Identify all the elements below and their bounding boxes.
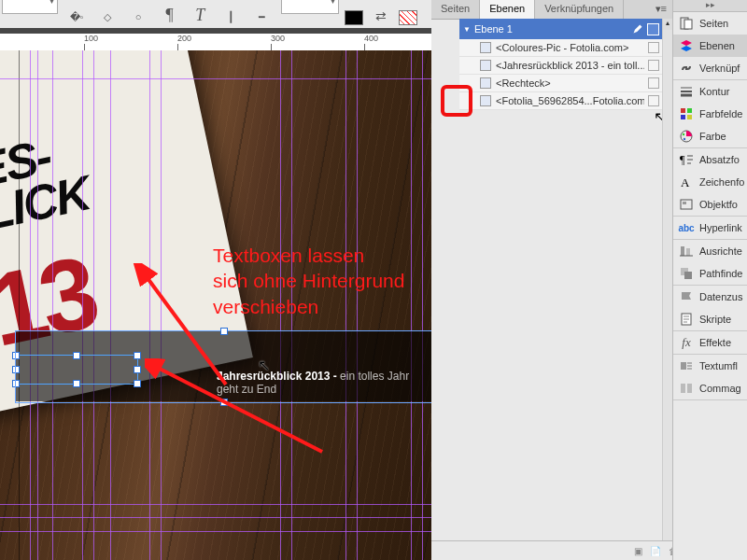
- dock-item-effekte[interactable]: fxEffekte: [673, 331, 747, 354]
- farbe-icon: [679, 129, 694, 144]
- layer-select-box[interactable]: [648, 77, 659, 89]
- tool-icon[interactable]: ○: [126, 5, 150, 29]
- new-sublayer-icon[interactable]: ▣: [634, 546, 642, 556]
- tab-ebenen[interactable]: Ebenen: [480, 0, 535, 19]
- layer-name: <Jahresrückblick 2013 - ein toll...>: [496, 60, 644, 71]
- svg-rect-15: [687, 155, 693, 157]
- layer-thumb: [480, 95, 491, 106]
- tool-icon[interactable]: ◇: [95, 5, 120, 29]
- dock-item-verknüpf[interactable]: Verknüpf: [673, 57, 747, 79]
- svg-rect-10: [687, 115, 692, 119]
- hline-icon[interactable]: ━: [249, 5, 274, 29]
- ruler-horizontal[interactable]: 100 200 300 400: [0, 34, 431, 51]
- commag-icon: [679, 381, 694, 396]
- ruler-tick: 300: [271, 34, 285, 43]
- column-guide[interactable]: [411, 50, 412, 560]
- textumfl-icon: [679, 358, 694, 373]
- column-guide[interactable]: [422, 50, 423, 560]
- layer-row[interactable]: <Rechteck>: [459, 75, 663, 92]
- layer-thumb: [480, 42, 491, 53]
- dock-item-commag[interactable]: Commag: [673, 377, 747, 399]
- type-tool-icon[interactable]: T: [188, 3, 212, 27]
- svg-point-12: [683, 133, 684, 135]
- row-guide[interactable]: [0, 517, 431, 518]
- pen-icon: [632, 23, 643, 35]
- layer-row[interactable]: <Jahresrückblick 2013 - ein toll...>: [459, 57, 663, 75]
- dock-item-objektfo[interactable]: Objektfo: [673, 193, 747, 216]
- dock-item-label: Pathfinde: [699, 268, 742, 279]
- dock-item-kontur[interactable]: Kontur: [673, 80, 747, 103]
- hyperlink-icon: abc: [679, 220, 694, 235]
- dock-item-label: Farbe: [699, 131, 726, 142]
- layers-panel: Seiten Ebenen Verknüpfungen ▾≡ 👁 👁 👁 👁 👁…: [431, 0, 672, 560]
- paragraph-tool-icon[interactable]: ¶: [157, 3, 181, 27]
- column-guide[interactable]: [82, 50, 83, 560]
- document-canvas[interactable]: HRES- KBLICK 013 Jahresrückblick 2013 - …: [0, 50, 431, 560]
- tab-verknuepfungen[interactable]: Verknüpfungen: [535, 0, 624, 19]
- collapse-dock-icon[interactable]: ▸▸: [673, 0, 747, 12]
- row-guide[interactable]: [0, 531, 431, 532]
- dock-item-textumfl[interactable]: Textumfl: [673, 355, 747, 377]
- dock-item-label: Kontur: [699, 86, 729, 97]
- layer-root[interactable]: ▼ Ebene 1: [459, 19, 663, 39]
- disclosure-triangle-icon[interactable]: ▼: [463, 25, 471, 34]
- layer-select-box[interactable]: [648, 95, 659, 106]
- svg-rect-3: [684, 20, 692, 29]
- svg-rect-25: [684, 272, 692, 279]
- stroke-swatch[interactable]: [399, 10, 417, 25]
- layer-color-swatch[interactable]: [647, 23, 659, 35]
- layer-row[interactable]: <Coloures-Pic - Fotolia.com>: [459, 39, 663, 57]
- column-guide[interactable]: [30, 50, 31, 560]
- svg-point-13: [684, 138, 685, 140]
- layer-select-box[interactable]: [648, 42, 659, 53]
- swap-fill-stroke-icon[interactable]: ⇄: [369, 4, 393, 28]
- resize-handle[interactable]: [220, 399, 228, 406]
- dock-item-ausrichte[interactable]: Ausrichte: [673, 240, 747, 262]
- dock-item-label: Skripte: [699, 314, 731, 325]
- column-guide[interactable]: [37, 50, 38, 560]
- fill-swatch[interactable]: [345, 10, 363, 25]
- column-guide[interactable]: [93, 50, 94, 560]
- dock-item-absatzfo[interactable]: ¶Absatzfo: [673, 148, 747, 171]
- tab-seiten[interactable]: Seiten: [431, 0, 480, 19]
- dock-item-skripte[interactable]: Skripte: [673, 308, 747, 330]
- resize-handle[interactable]: [220, 328, 228, 335]
- dock-item-label: Textumfl: [699, 360, 738, 371]
- verknüpf-icon: [679, 61, 694, 76]
- dock-item-farbfelde[interactable]: Farbfelde: [673, 103, 747, 125]
- dock-item-label: Commag: [699, 383, 741, 394]
- layer-row[interactable]: <Fotolia_56962854...Fotolia.com.jpg>: [459, 92, 663, 110]
- svg-rect-9: [681, 115, 685, 119]
- selected-group[interactable]: [15, 330, 431, 403]
- column-guide[interactable]: [110, 50, 111, 560]
- row-guide[interactable]: [0, 504, 431, 505]
- dock-item-ebenen[interactable]: Ebenen: [673, 35, 747, 57]
- column-guide[interactable]: [161, 50, 162, 560]
- layer-name: <Rechteck>: [496, 77, 644, 89]
- dock-item-label: Zeichenfo: [699, 176, 744, 188]
- row-guide[interactable]: [0, 78, 431, 79]
- dock-item-pathfinde[interactable]: Pathfinde: [673, 262, 747, 285]
- cursor-icon: ↖: [258, 357, 270, 374]
- layer-thumb: [480, 60, 491, 71]
- svg-rect-35: [687, 384, 692, 393]
- kontur-icon: [679, 84, 694, 99]
- new-layer-icon[interactable]: 📄: [650, 546, 661, 556]
- column-guide[interactable]: [149, 50, 150, 560]
- svg-rect-7: [681, 108, 685, 113]
- stroke-combo[interactable]: [281, 0, 339, 14]
- panel-menu-icon[interactable]: ▾≡: [650, 0, 672, 19]
- dock-item-seiten[interactable]: Seiten: [673, 12, 747, 35]
- dock-item-farbe[interactable]: Farbe: [673, 125, 747, 147]
- column-guide[interactable]: [52, 50, 53, 560]
- tool-icon[interactable]: �◦: [64, 5, 89, 29]
- panel-scrollbar[interactable]: ▴: [662, 19, 672, 541]
- heading-text: HRES- KBLICK: [0, 128, 93, 249]
- dock-item-datenzus[interactable]: Datenzus: [673, 286, 747, 308]
- dock-item-zeichenfo[interactable]: AZeichenfo: [673, 171, 747, 193]
- font-size-combo[interactable]: [2, 0, 58, 14]
- layer-select-box[interactable]: [648, 60, 659, 71]
- dock-item-hyperlink[interactable]: abcHyperlink: [673, 217, 747, 239]
- vline-icon[interactable]: ┃: [218, 5, 243, 29]
- absatzfo-icon: ¶: [679, 152, 694, 167]
